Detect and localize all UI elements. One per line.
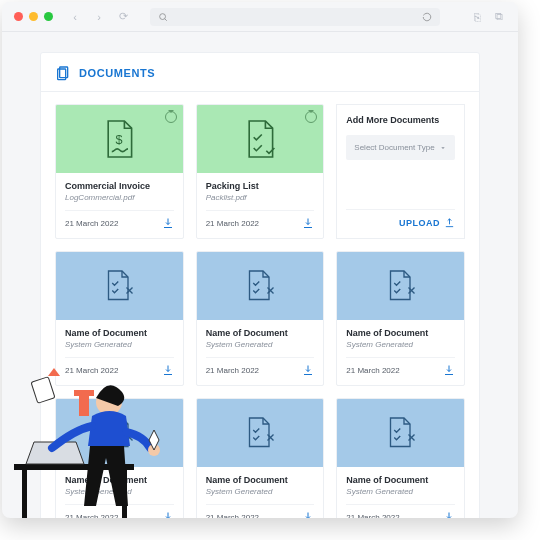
invoice-file-icon: $	[101, 117, 137, 161]
search-icon	[158, 12, 168, 22]
doc-date: 21 March 2022	[206, 366, 259, 375]
app-window: ‹ › ⟳ ⎘ ⧉ DOCUMENTS $ Commercial Invoic	[2, 2, 518, 518]
document-card[interactable]: Name of DocumentSystem Generated21 March…	[55, 251, 184, 386]
doc-filename: Packlist.pdf	[206, 193, 315, 202]
refresh-icon[interactable]	[422, 12, 432, 22]
svg-text:$: $	[116, 133, 123, 147]
window-controls	[14, 12, 53, 21]
doc-date: 21 March 2022	[346, 513, 399, 519]
document-card[interactable]: Name of DocumentSystem Generated21 March…	[336, 398, 465, 518]
download-icon[interactable]	[162, 217, 174, 229]
checklist-file-icon	[101, 411, 137, 455]
document-card[interactable]: Name of DocumentSystem Generated21 March…	[196, 398, 325, 518]
download-icon[interactable]	[302, 511, 314, 518]
doc-date: 21 March 2022	[206, 219, 259, 228]
doc-filename: System Generated	[65, 487, 174, 496]
checklist-file-icon	[242, 411, 278, 455]
titlebar: ‹ › ⟳ ⎘ ⧉	[2, 2, 518, 32]
divider	[41, 91, 479, 92]
document-card[interactable]: Name of DocumentSystem Generated21 March…	[336, 251, 465, 386]
add-title: Add More Documents	[346, 115, 455, 125]
thumbnail	[197, 252, 324, 320]
thumbnail: $	[56, 105, 183, 173]
download-icon[interactable]	[443, 364, 455, 376]
doc-filename: System Generated	[346, 487, 455, 496]
address-bar[interactable]	[150, 8, 440, 26]
thumbnail	[197, 399, 324, 467]
doc-filename: System Generated	[65, 340, 174, 349]
add-document-card: Add More Documents Select Document Type …	[336, 104, 465, 239]
document-card[interactable]: Name of DocumentSystem Generated21 March…	[196, 251, 325, 386]
doc-title: Name of Document	[346, 328, 455, 338]
select-placeholder: Select Document Type	[354, 143, 434, 152]
reload-button[interactable]: ⟳	[115, 9, 131, 25]
sync-icon	[305, 111, 317, 123]
thumbnail	[56, 252, 183, 320]
checklist-file-icon	[383, 264, 419, 308]
download-icon[interactable]	[302, 217, 314, 229]
doc-filename: System Generated	[206, 340, 315, 349]
doc-date: 21 March 2022	[65, 219, 118, 228]
document-type-select[interactable]: Select Document Type	[346, 135, 455, 160]
close-icon[interactable]	[14, 12, 23, 21]
minimize-icon[interactable]	[29, 12, 38, 21]
checklist-file-icon	[242, 117, 278, 161]
document-grid: $ Commercial Invoice LogCommercial.pdf 2…	[41, 104, 479, 518]
documents-icon	[55, 65, 71, 81]
doc-date: 21 March 2022	[65, 513, 118, 519]
thumbnail	[197, 105, 324, 173]
doc-date: 21 March 2022	[206, 513, 259, 519]
documents-panel: DOCUMENTS $ Commercial Invoice LogCommer…	[40, 52, 480, 518]
sync-icon	[165, 111, 177, 123]
maximize-icon[interactable]	[44, 12, 53, 21]
document-card[interactable]: Packing List Packlist.pdf 21 March 2022	[196, 104, 325, 239]
doc-date: 21 March 2022	[346, 366, 399, 375]
download-icon[interactable]	[443, 511, 455, 518]
copy-icon[interactable]: ⧉	[492, 10, 506, 24]
download-icon[interactable]	[162, 511, 174, 518]
attach-icon[interactable]: ⎘	[470, 10, 484, 24]
checklist-file-icon	[242, 264, 278, 308]
doc-title: Name of Document	[346, 475, 455, 485]
doc-title: Name of Document	[65, 475, 174, 485]
thumbnail	[337, 252, 464, 320]
doc-date: 21 March 2022	[65, 366, 118, 375]
checklist-file-icon	[383, 411, 419, 455]
thumbnail	[337, 399, 464, 467]
upload-button[interactable]: UPLOAD	[399, 218, 440, 228]
doc-title: Name of Document	[65, 328, 174, 338]
doc-filename: System Generated	[346, 340, 455, 349]
upload-icon	[444, 217, 455, 228]
download-icon[interactable]	[162, 364, 174, 376]
doc-title: Commercial Invoice	[65, 181, 174, 191]
document-card[interactable]: $ Commercial Invoice LogCommercial.pdf 2…	[55, 104, 184, 239]
download-icon[interactable]	[302, 364, 314, 376]
doc-title: Name of Document	[206, 475, 315, 485]
thumbnail	[56, 399, 183, 467]
doc-title: Name of Document	[206, 328, 315, 338]
doc-filename: LogCommercial.pdf	[65, 193, 174, 202]
document-card[interactable]: Name of DocumentSystem Generated21 March…	[55, 398, 184, 518]
panel-title: DOCUMENTS	[79, 67, 155, 79]
doc-title: Packing List	[206, 181, 315, 191]
panel-header: DOCUMENTS	[41, 53, 479, 91]
forward-button[interactable]: ›	[91, 9, 107, 25]
svg-point-0	[160, 13, 166, 19]
doc-filename: System Generated	[206, 487, 315, 496]
checklist-file-icon	[101, 264, 137, 308]
back-button[interactable]: ‹	[67, 9, 83, 25]
chevron-down-icon	[439, 144, 447, 152]
